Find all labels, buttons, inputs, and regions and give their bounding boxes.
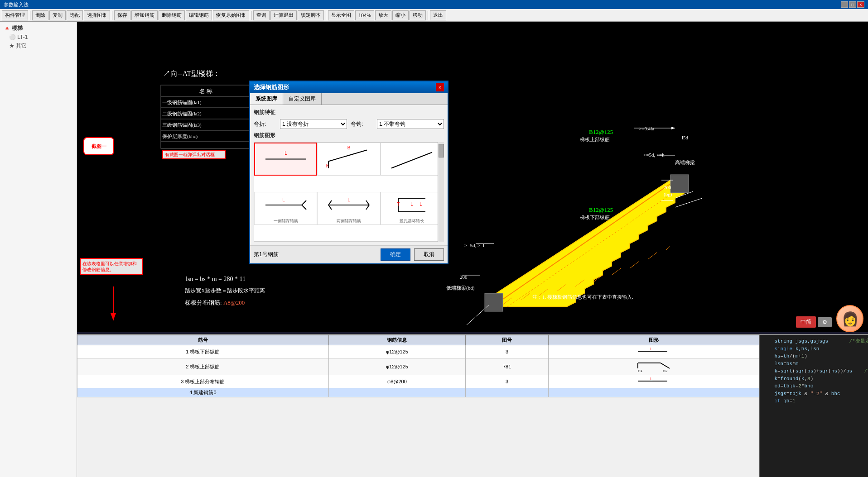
btn-query[interactable]: 查询 [253,10,270,20]
maximize-btn[interactable]: □ [849,1,856,8]
table-row[interactable]: 1 梯板下部纵筋 φ12@125 3 L [77,345,759,358]
sep5 [428,11,428,20]
code-line-5: k=sqrt(sqr(bs)+sqr(hs))/bs /*k值计算*/ [762,367,865,375]
shape-cell-6[interactable]: L T L 竖孔基坏错长 [381,192,444,225]
btn-calc-exit[interactable]: 计算退出 [270,10,297,20]
btn-show-all[interactable]: 显示全图 [328,10,354,20]
lang-btn[interactable]: 中简 [796,316,816,328]
svg-line-23 [467,305,489,325]
table-row[interactable]: 3 梯板上部分布钢筋 φ8@200 3 L [77,375,759,388]
svg-text:踏步宽X踏步数＝踏步段水平距离: 踏步宽X踏步数＝踏步段水平距离 [185,287,265,294]
svg-text:梯板下部纵筋: 梯板下部纵筋 [579,215,610,220]
table-row[interactable]: 2 梯板上部纵筋 φ12@125 781 H1 H2 [77,358,759,375]
rebar-data-table[interactable]: 筋号 钢筋信息 图号 图形 1 梯板下部纵筋 φ12@125 3 L [77,335,759,477]
cell-info: φ12@125 [328,345,465,358]
table-row-selected[interactable]: 4 新建钢筋0 [77,388,759,397]
btn-delete[interactable]: 删除 [32,10,48,20]
btn-zoom-out[interactable]: 缩小 [392,10,409,20]
btn-zoom-in[interactable]: 放大 [375,10,391,20]
svg-text:L: L [347,197,350,202]
svg-line-71 [328,200,332,205]
hook-select[interactable]: 1.不带弯钩 [377,119,444,129]
code-line-8: jsgs=tbjk & "-2" & bhc [762,390,865,398]
btn-construct-mgr[interactable]: 构件管理 [2,10,28,20]
dialog-cancel-btn[interactable]: 取消 [414,248,444,261]
dialog-title: 选择钢筋图形 [254,83,289,91]
btn-copy[interactable]: 复制 [49,10,66,20]
sidebar-item-other[interactable]: ★ 其它 [2,41,75,51]
shape-cell-3[interactable]: L [381,143,444,176]
svg-line-61 [328,150,367,162]
dialog-titlebar: 选择钢筋图形 × [250,81,448,93]
svg-text:l5d: l5d [682,135,689,140]
svg-line-74 [366,205,369,210]
shape-cell-2[interactable]: B K [317,143,380,176]
svg-text:K: K [326,163,329,168]
svg-text:二级钢筋锚固(la2): 二级钢筋锚固(la2) [162,111,202,117]
cell-info: φ12@125 [328,358,465,375]
dialog-action-btns: 确定 取消 [381,248,444,261]
settings-btn[interactable]: ⚙ [818,317,832,327]
col-header-id: 筋号 [77,335,329,345]
btn-lock-script[interactable]: 锁定脚本 [298,10,324,20]
shape-cell-4[interactable]: L 一侧锚深错筋 [254,192,317,225]
sidebar-item-stairs[interactable]: 🔺 楼梯 [2,24,75,33]
main-drawing-svg: ↗向--AT型楼梯： 名 称 一级钢筋锚固(la1) 二级钢筋锚固(la2) 三… [77,22,868,332]
btn-save[interactable]: 保存 [114,10,130,20]
main-layout: 🔺 楼梯 ⚪ LT-1 ★ 其它 [0,22,868,477]
svg-text:>=0.4la: >=0.4la [639,126,654,131]
col-header-shape: 图形 [549,335,759,345]
code-line-1: string jsgs,gsjsgs /*变量定义*/ [762,338,865,345]
btn-exit[interactable]: 退出 [430,10,446,20]
btn-move[interactable]: 移动 [410,10,426,20]
svg-text:L: L [411,202,414,207]
minimize-btn[interactable]: _ [841,1,848,8]
cell-fig: 3 [466,375,549,388]
bend-select[interactable]: 1.没有弯折 [280,119,347,129]
dialog-ok-btn[interactable]: 确定 [381,248,410,261]
hook-label: 弯钩: [351,120,373,128]
cell-fig: 3 [466,345,549,358]
svg-text:一级钢筋锚固(la1): 一级钢筋锚固(la1) [162,100,202,105]
svg-line-22 [675,198,702,207]
btn-restore[interactable]: 恢复原始图集 [213,10,249,20]
btn-add-rebar[interactable]: 增加钢筋 [131,10,158,20]
svg-text:低端梯梁(bd): 低端梯梁(bd) [446,285,475,291]
btn-match[interactable]: 选配 [67,10,83,20]
close-btn[interactable]: × [857,1,864,8]
scrollbar-thumb[interactable] [439,144,444,157]
app-titlebar: 参数输入法 _ □ × [0,0,868,9]
tab-system-library[interactable]: 系统图库 [250,93,283,105]
svg-line-17 [648,253,657,259]
cell-fig [466,388,549,397]
cell-id: 2 梯板上部纵筋 [77,358,329,375]
sidebar-item-lt1[interactable]: ⚪ LT-1 [2,33,75,41]
tab-custom-library[interactable]: 自定义图库 [283,93,322,105]
col-header-info: 钢筋信息 [328,335,465,345]
shapes-scrollbar[interactable] [438,142,444,242]
rebar-shapes-label: 钢筋图形 [254,132,444,139]
dialog-close-btn[interactable]: × [436,83,444,91]
col-header-fig: 图号 [466,335,549,345]
code-line-7: cd=tbjk-2*bhc [762,382,865,390]
btn-edit-rebar[interactable]: 编辑钢筋 [186,10,212,20]
sep1 [30,11,30,20]
content-area: ↗向--AT型楼梯： 名 称 一级钢筋锚固(la1) 二级钢筋锚固(la2) 三… [77,22,868,477]
svg-text:↗向--AT型楼梯：: ↗向--AT型楼梯： [163,70,220,77]
svg-text:B12@125: B12@125 [589,129,613,135]
svg-text:保护层厚度(bhc): 保护层厚度(bhc) [162,134,198,139]
cell-shape: L [549,375,759,388]
btn-zoom-level[interactable]: 104% [355,10,374,20]
code-line-6: k=fround(k,3) [762,375,865,383]
svg-line-72 [328,205,332,210]
shape-6-label: 竖孔基坏错长 [399,218,425,224]
svg-text:梯板上部纵筋: 梯板上部纵筋 [579,137,610,142]
cell-shape: H1 H2 [549,358,759,375]
shape-cell-5[interactable]: L 两侧锚深错筋 [317,192,380,225]
shape-cell-1[interactable]: L [254,143,317,176]
btn-select-set[interactable]: 选择图集 [84,10,110,20]
svg-text:H2: H2 [663,369,668,373]
svg-text:L: L [650,377,652,381]
btn-del-rebar[interactable]: 删除钢筋 [159,10,185,20]
code-line-4: lsn=bs*m [762,360,865,368]
